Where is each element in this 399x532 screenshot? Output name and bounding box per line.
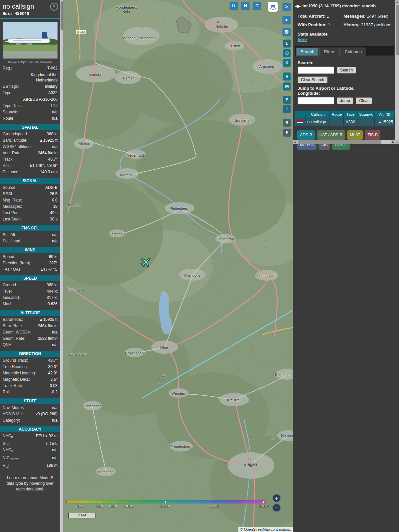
data-label: Magnetic Decl.: [3, 376, 30, 383]
data-value: 0.0 [52, 197, 58, 203]
aircraft-registration-block: Reg.:T-062Kingdom of the NetherlandsDB f… [0, 65, 60, 122]
osm-link[interactable]: © OpenStreetMap [240, 527, 270, 531]
legend-tick-mark [113, 501, 113, 503]
data-label: Vert. Rate: [3, 150, 22, 156]
aircraft-data-sections: SPATIALGroundspeed:388 ktBaro. altitude:… [0, 124, 60, 470]
data-value: v0 (DO-260) [36, 411, 58, 417]
jump-button[interactable]: Jump [337, 97, 353, 104]
scrollbar-thumb[interactable] [396, 5, 399, 55]
aircraft-photo[interactable] [3, 22, 58, 60]
expand-panel-button[interactable]: > [283, 3, 291, 11]
column-header[interactable] [295, 111, 306, 118]
tab-filters[interactable]: Filters [319, 48, 339, 56]
legend-tick-mark [99, 501, 99, 503]
map[interactable]: ▲▲▲▲▲▲▲▲▲▲▲▲▲▲▲▲▲▲▲▲▲▲▲▲▲▲▲▲▲▲▲▲▲▲▲▲▲▲▲▲… [63, 0, 293, 532]
total-aircraft: Total Aircraft: 1 [298, 14, 341, 19]
data-label: RSSI: [3, 191, 13, 197]
settings-gear-icon[interactable]: ⚙ [283, 28, 291, 36]
source-filter-mlat[interactable]: MLAT [347, 130, 363, 140]
zoom-in-button[interactable]: + [272, 494, 281, 502]
column-header[interactable]: Squawk [357, 111, 375, 118]
scroll-right-arrow[interactable]: ▶ [391, 140, 395, 144]
data-label: NACV: [3, 447, 14, 455]
map-button-o[interactable]: O [283, 49, 291, 57]
map-button-v[interactable]: V [283, 72, 291, 80]
tab-search[interactable]: Search [296, 48, 319, 56]
tab-columns[interactable]: Columns [340, 48, 366, 56]
data-row: True Heading:39.0° [0, 364, 60, 370]
vertical-scrollbar[interactable]: ▲ ▼ [395, 0, 399, 144]
collapse-panel-button[interactable]: < [283, 16, 291, 24]
section-header: ALTITUDE [0, 310, 60, 316]
hex-value: 480C48 [15, 11, 29, 16]
map-button-l[interactable]: L [283, 40, 291, 47]
column-header[interactable]: Type [343, 111, 357, 118]
squawk-cell [357, 118, 375, 126]
map-button-k[interactable]: K [283, 59, 291, 66]
left-panel-scrollbar[interactable] [60, 0, 63, 532]
scrollbar-thumb[interactable] [298, 140, 381, 144]
info-value: n/a [52, 115, 58, 122]
data-row: Direction (from):327° [0, 260, 60, 266]
data-value: n/a [52, 342, 58, 348]
column-header[interactable]: Callsign [306, 111, 330, 118]
type-cell: A332 [343, 118, 357, 126]
info-value-link[interactable]: T-062 [47, 65, 58, 71]
map-button-f[interactable]: F [283, 129, 291, 136]
legend-tick-label: 4 000 [75, 504, 83, 508]
data-label: Pos.: [3, 163, 12, 169]
info-row: Squawk:n/a [0, 109, 60, 115]
horizontal-scrollbar[interactable]: ◀ ▶ [293, 140, 395, 144]
callsign-link[interactable]: no callsign [307, 120, 326, 124]
app-version: (3.14.1769) [319, 3, 341, 8]
aircraft-row[interactable]: no callsignA332▲15925 [295, 118, 395, 126]
selected-aircraft-title: no callsign [3, 3, 58, 10]
map-button-t[interactable]: T [253, 2, 261, 10]
scroll-down-arrow[interactable]: ▼ [395, 140, 399, 144]
data-label: Direction (from): [3, 260, 31, 266]
column-header[interactable]: Alt. (ft) [375, 111, 395, 118]
map-button-u[interactable]: U [230, 2, 238, 10]
jump-clear-button[interactable]: Clear [356, 97, 372, 104]
divider [0, 18, 60, 19]
data-label: Ground: [3, 282, 17, 288]
map-button-i[interactable]: I [283, 105, 291, 113]
data-row: QNH:n/a [0, 342, 60, 348]
source-filter-ads-b[interactable]: ADS-B [297, 130, 315, 140]
info-row: AIRBUS A-330-200 [0, 96, 60, 103]
stats-here-link[interactable]: here [298, 37, 307, 42]
layers-icon[interactable] [268, 2, 278, 12]
source-filter-tis-b[interactable]: TIS-B [365, 130, 380, 140]
altitude-cell: ▲15925 [375, 118, 395, 126]
map-button-h[interactable]: H [241, 2, 249, 10]
map-button-p[interactable]: P [283, 96, 291, 103]
zoom-out-button[interactable]: − [272, 503, 281, 512]
source-filter-uat-ads-r[interactable]: UAT / ADS-R [317, 130, 345, 140]
app-title-link[interactable]: tar1090 [303, 3, 318, 8]
clear-search-button[interactable]: Clear Search [298, 76, 328, 83]
data-label: Barometric: [3, 317, 23, 323]
decoder-link[interactable]: readsb [361, 3, 376, 8]
search-input[interactable] [298, 66, 334, 74]
jump-input[interactable] [298, 97, 334, 104]
stats-block: Total Aircraft: 1 Messages: 1497.6/sec W… [298, 14, 394, 28]
data-label: NICBARO: [3, 455, 19, 463]
data-row: Speed:69 kt [0, 254, 60, 260]
control-panel: ◀▶ tar1090 (3.14.1769) decoder: readsb T… [293, 0, 399, 532]
scroll-up-arrow[interactable]: ▲ [395, 0, 399, 4]
legend-tick-mark [79, 501, 79, 503]
panel-resize-arrows[interactable]: ◀▶ [295, 4, 301, 8]
info-label: DB flags: [3, 83, 19, 90]
close-icon[interactable]: × [50, 3, 58, 11]
map-button-m[interactable]: M [283, 82, 291, 90]
section-header: FMS SEL [0, 225, 60, 231]
scroll-left-arrow[interactable]: ◀ [293, 140, 297, 144]
search-button[interactable]: Search [337, 67, 356, 73]
legend-tick-mark [165, 501, 166, 503]
data-value: 0.636 [48, 301, 58, 307]
scrollbar-thumb[interactable] [61, 1, 63, 30]
section-body: Groundspeed:388 ktBaro. altitude:▲15925 … [0, 130, 60, 175]
map-button-r[interactable]: R [283, 119, 291, 126]
data-row: Geom. Rate:2592 ft/min [0, 335, 60, 342]
column-header[interactable]: Route [330, 111, 343, 118]
